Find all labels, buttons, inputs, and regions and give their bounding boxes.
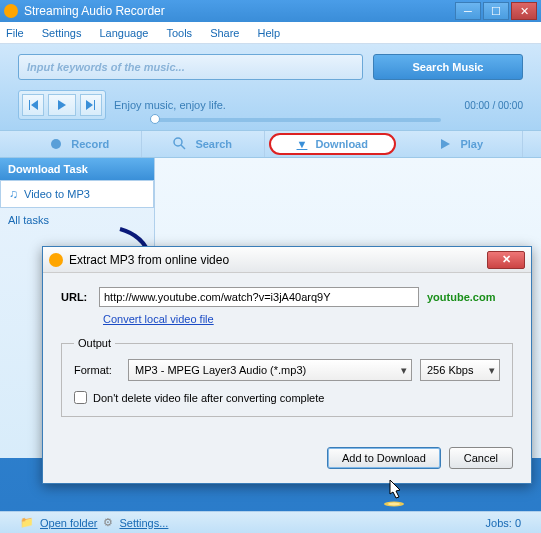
player-controls [18, 90, 106, 120]
search-music-button[interactable]: Search Music [373, 54, 523, 80]
player-time: 00:00 / 00:00 [465, 100, 523, 111]
tab-bar: Record Search ▼Download Play [0, 130, 541, 158]
tab-download[interactable]: ▼Download [269, 133, 396, 155]
jobs-count: Jobs: 0 [486, 517, 521, 529]
output-fieldset: Output Format: MP3 - MPEG Layer3 Audio (… [61, 337, 513, 417]
output-legend: Output [74, 337, 115, 349]
tab-search[interactable]: Search [142, 131, 266, 157]
dialog-titlebar: Extract MP3 from online video ✕ [43, 247, 531, 273]
progress-slider[interactable] [150, 118, 441, 122]
tab-record[interactable]: Record [18, 131, 142, 157]
play-button[interactable] [48, 94, 76, 116]
sidebar-header: Download Task [0, 158, 154, 180]
prev-button[interactable] [22, 94, 44, 116]
window-titlebar: Streaming Audio Recorder ─ ☐ ✕ [0, 0, 541, 22]
menu-bar: File Settings Language Tools Share Help [0, 22, 541, 44]
dialog-title: Extract MP3 from online video [69, 253, 487, 267]
sidebar-item-all-tasks[interactable]: All tasks [0, 208, 154, 232]
svg-point-0 [51, 139, 61, 149]
download-icon: ▼ [297, 138, 308, 150]
maximize-button[interactable]: ☐ [483, 2, 509, 20]
menu-settings[interactable]: Settings [42, 27, 82, 39]
tab-play[interactable]: Play [400, 131, 524, 157]
add-to-download-button[interactable]: Add to Download [327, 447, 441, 469]
top-panel: Input keywords of the music... Search Mu… [0, 44, 541, 130]
gear-icon: ⚙ [103, 516, 113, 529]
format-label: Format: [74, 364, 120, 376]
close-button[interactable]: ✕ [511, 2, 537, 20]
cancel-button[interactable]: Cancel [449, 447, 513, 469]
next-button[interactable] [80, 94, 102, 116]
menu-help[interactable]: Help [257, 27, 280, 39]
folder-icon: 📁 [20, 516, 34, 529]
menu-file[interactable]: File [6, 27, 24, 39]
svg-line-2 [181, 145, 185, 149]
menu-tools[interactable]: Tools [166, 27, 192, 39]
menu-share[interactable]: Share [210, 27, 239, 39]
sidebar-item-label: Video to MP3 [24, 188, 90, 200]
search-input[interactable]: Input keywords of the music... [18, 54, 363, 80]
dialog-icon [49, 253, 63, 267]
checkbox-label: Don't delete video file after converting… [93, 392, 324, 404]
url-label: URL: [61, 291, 91, 303]
sidebar-item-label: All tasks [8, 214, 49, 226]
bitrate-combobox[interactable]: 256 Kbps [420, 359, 500, 381]
minimize-button[interactable]: ─ [455, 2, 481, 20]
extract-mp3-dialog: Extract MP3 from online video ✕ URL: you… [42, 246, 532, 484]
dialog-close-button[interactable]: ✕ [487, 251, 525, 269]
format-combobox[interactable]: MP3 - MPEG Layer3 Audio (*.mp3) [128, 359, 412, 381]
dont-delete-checkbox[interactable] [74, 391, 87, 404]
site-label: youtube.com [427, 291, 513, 303]
convert-local-link[interactable]: Convert local video file [103, 313, 214, 325]
svg-point-3 [384, 502, 404, 507]
settings-link[interactable]: Settings... [119, 517, 168, 529]
svg-point-1 [174, 138, 182, 146]
player-text: Enjoy music, enjoy life. [114, 99, 226, 111]
menu-language[interactable]: Language [99, 27, 148, 39]
svg-point-4 [388, 503, 400, 506]
app-icon [4, 4, 18, 18]
window-title: Streaming Audio Recorder [24, 4, 453, 18]
open-folder-link[interactable]: Open folder [40, 517, 97, 529]
url-input[interactable] [99, 287, 419, 307]
sidebar-item-video-to-mp3[interactable]: ♫ Video to MP3 [0, 180, 154, 208]
status-bar: 📁 Open folder ⚙ Settings... Jobs: 0 [0, 511, 541, 533]
music-note-icon: ♫ [9, 187, 18, 201]
